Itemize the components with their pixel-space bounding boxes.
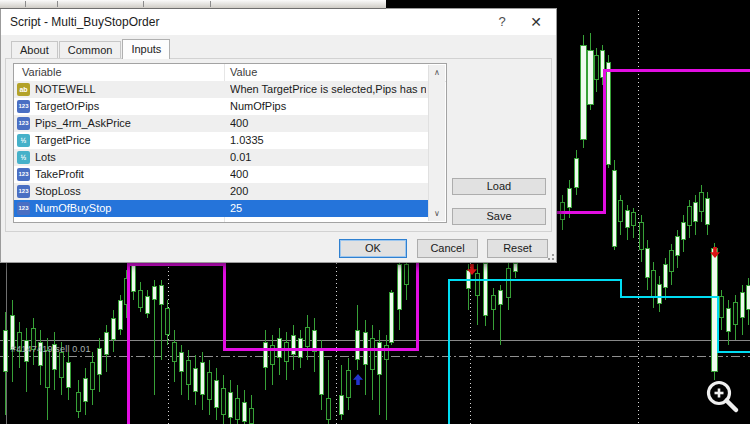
123-type-icon: 123	[17, 100, 30, 113]
tab-about[interactable]: About	[11, 41, 58, 59]
tab-bar: AboutCommonInputs	[11, 40, 171, 59]
variable-name: Pips_4rm_AskPrice	[35, 115, 131, 132]
table-row[interactable]: 123Pips_4rm_AskPrice400	[14, 115, 430, 132]
cyan-step-line	[448, 280, 450, 424]
zoom-magnifier-icon	[704, 378, 742, 416]
close-button[interactable]: ✕	[519, 9, 553, 35]
candlestick	[339, 395, 344, 415]
variable-value[interactable]: 1.0335	[230, 132, 426, 149]
candlestick	[159, 285, 164, 305]
tab-inputs[interactable]: Inputs	[122, 39, 170, 59]
candlestick	[179, 352, 184, 372]
period-separator	[638, 10, 639, 424]
candlestick	[580, 45, 587, 140]
candlestick	[513, 263, 518, 272]
variable-name: Lots	[35, 149, 56, 166]
candlestick	[625, 210, 630, 228]
ok-button[interactable]: OK	[339, 239, 407, 258]
candlestick	[389, 292, 394, 343]
order-label: #4147419 sell 0.01	[11, 344, 91, 354]
magenta-step-line	[603, 70, 606, 212]
period-separator	[168, 263, 169, 424]
half-type-icon: ½	[17, 151, 30, 164]
tab-common[interactable]: Common	[59, 41, 122, 59]
candlestick	[104, 332, 109, 355]
scroll-up-icon[interactable]: ∧	[429, 65, 445, 80]
dialog-title: Script - Multi_BuyStopOrder	[10, 9, 159, 35]
candlestick	[242, 402, 247, 422]
table-row[interactable]: ½Lots0.01	[14, 149, 430, 166]
half-type-icon: ½	[17, 134, 30, 147]
scroll-down-icon[interactable]: ∨	[429, 206, 445, 221]
candlestick	[228, 392, 233, 418]
candlestick	[221, 388, 226, 415]
candlestick	[574, 158, 579, 188]
candlestick	[83, 378, 88, 402]
candlestick	[3, 330, 8, 372]
candlestick	[355, 330, 360, 360]
table-row[interactable]: abNOTEWELLWhen TargetPrice is selected,P…	[14, 81, 430, 98]
candlestick	[746, 285, 750, 310]
candlestick	[740, 292, 745, 318]
dialog-title-bar[interactable]: Script - Multi_BuyStopOrder ? ✕	[1, 9, 556, 35]
candlestick	[719, 296, 724, 318]
candlestick	[66, 362, 71, 388]
resize-grip[interactable]	[546, 252, 554, 260]
123-type-icon: 123	[17, 185, 30, 198]
variable-name: NumOfBuyStop	[35, 200, 111, 217]
table-row[interactable]: ½TargetPrice1.0335	[14, 132, 430, 149]
candlestick	[639, 222, 644, 250]
candlestick	[214, 380, 219, 408]
candlestick	[284, 342, 289, 362]
save-button[interactable]: Save	[452, 208, 546, 225]
candlestick	[263, 342, 268, 368]
candlestick	[645, 248, 650, 278]
table-row[interactable]: 123NumOfBuyStop25	[14, 200, 430, 217]
load-button[interactable]: Load	[452, 178, 546, 195]
column-header-variable[interactable]: Variable	[22, 64, 62, 81]
variable-value[interactable]: 400	[230, 115, 426, 132]
cancel-button[interactable]: Cancel	[417, 239, 478, 258]
script-inputs-dialog: Script - Multi_BuyStopOrder ? ✕ AboutCom…	[0, 8, 557, 263]
variable-value[interactable]: 25	[230, 200, 426, 217]
variable-value[interactable]: 0.01	[230, 149, 426, 166]
variable-value[interactable]: When TargetPrice is selected,Pips has no…	[230, 81, 426, 98]
candlestick	[587, 50, 594, 105]
cyan-step-line	[620, 280, 622, 297]
candlestick	[404, 264, 409, 285]
candlestick	[165, 308, 170, 335]
candlestick	[319, 348, 324, 395]
table-row[interactable]: 123TargetOrPipsNumOfPips	[14, 98, 430, 115]
candlestick	[705, 198, 710, 225]
table-scrollbar[interactable]: ∧ ∨	[428, 65, 445, 221]
variable-value[interactable]: 400	[230, 166, 426, 183]
magenta-step-line	[555, 211, 606, 214]
candlestick	[172, 342, 177, 362]
magenta-step-line	[223, 264, 226, 349]
candlestick	[305, 327, 310, 347]
candlestick	[90, 362, 95, 390]
candlestick	[200, 362, 205, 395]
help-button[interactable]: ?	[485, 9, 519, 35]
123-type-icon: 123	[17, 168, 30, 181]
table-row[interactable]: 123TakeProfit400	[14, 166, 430, 183]
123-type-icon: 123	[17, 117, 30, 130]
candlestick	[675, 236, 680, 256]
toolbar-strip	[0, 0, 386, 9]
reset-button[interactable]: Reset	[487, 239, 548, 258]
variable-name: TargetPrice	[35, 132, 91, 149]
candlestick	[235, 398, 240, 420]
variable-value[interactable]: NumOfPips	[230, 98, 426, 115]
cyan-step-line	[717, 351, 750, 353]
candlestick	[145, 296, 150, 314]
variable-name: TargetOrPips	[35, 98, 99, 115]
toolbar-separator	[210, 1, 211, 7]
candlestick	[669, 250, 674, 272]
variable-name: StopLoss	[35, 183, 81, 200]
table-row[interactable]: 123StopLoss200	[14, 183, 430, 200]
cyan-step-line	[620, 296, 719, 298]
candlestick	[699, 192, 704, 212]
variable-value[interactable]: 200	[230, 183, 426, 200]
column-header-value[interactable]: Value	[230, 64, 257, 81]
candlestick	[618, 200, 623, 222]
